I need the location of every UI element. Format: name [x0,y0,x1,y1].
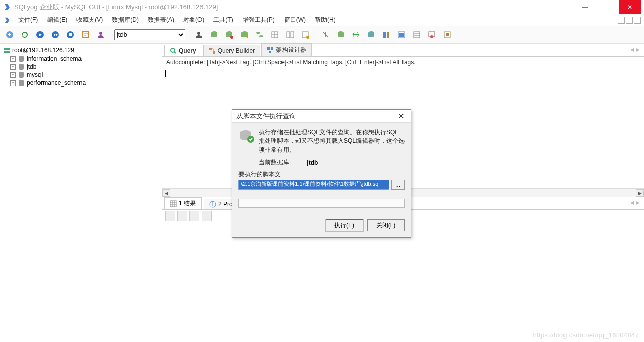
svg-point-15 [256,32,260,34]
result-btn-3[interactable] [189,211,199,221]
menu-objects[interactable]: 对象(O) [179,15,208,25]
tab-designer[interactable]: 架构设计器 [261,43,312,56]
expand-icon[interactable]: + [10,80,16,86]
svg-rect-26 [368,33,374,37]
database-icon [18,79,25,87]
menu-edit[interactable]: 编辑(E) [43,15,71,25]
stop-icon[interactable] [64,28,77,41]
svg-rect-5 [83,32,89,38]
tool-icon-6[interactable] [284,28,297,41]
script-path-input[interactable]: \2.1京淘新版课前资料1.1\课前资料\软件\1数据库\jtdb.sq [238,180,389,190]
mdi-minimize[interactable] [618,17,625,24]
execute-button[interactable]: 执行(E) [326,219,363,231]
tab-query[interactable]: Query [164,45,202,56]
svg-rect-55 [170,201,176,207]
object-browser[interactable]: root@192.168.126.129 + information_schem… [0,44,162,342]
format-icon[interactable] [79,28,92,41]
tool-icon-9[interactable] [334,28,347,41]
database-select[interactable]: jtdb [114,29,185,40]
tool-icon-8[interactable] [319,28,332,41]
refresh-icon[interactable] [18,28,31,41]
tab-designer-label: 架构设计器 [276,46,306,54]
menubar: 文件(F) 编辑(E) 收藏夹(V) 数据库(D) 数据表(A) 对象(O) 工… [0,14,644,26]
svg-point-16 [259,35,263,37]
expand-icon[interactable]: + [10,56,16,62]
result-tab-1[interactable]: 1 结果 [164,197,202,209]
menu-tools[interactable]: 工具(T) [209,15,237,25]
svg-rect-28 [387,32,389,38]
svg-point-42 [19,68,24,70]
mdi-controls [618,17,641,24]
svg-rect-36 [4,51,10,53]
menu-window[interactable]: 窗口(W) [280,15,310,25]
execute-all-icon[interactable] [49,28,62,41]
db-node[interactable]: + jtdb [3,63,158,71]
menu-favorites[interactable]: 收藏夹(V) [72,15,107,25]
browse-button[interactable]: ... [391,180,405,190]
tool-icon-4[interactable] [253,28,266,41]
tool-icon-16[interactable] [440,28,454,41]
tab-builder[interactable]: Query Builder [203,45,260,56]
tab-builder-label: Query Builder [218,47,255,54]
execute-icon[interactable] [33,28,47,41]
expand-icon[interactable]: + [10,72,16,78]
db-node[interactable]: + information_schema [3,55,158,63]
expand-icon[interactable]: + [10,64,16,70]
mdi-close[interactable] [634,17,641,24]
menu-database[interactable]: 数据库(D) [108,15,143,25]
result-tab-nav[interactable]: ◀ ▶ [630,200,640,205]
db-node[interactable]: + mysql [3,71,158,79]
user-icon[interactable] [94,28,107,41]
connection-node[interactable]: root@192.168.126.129 [3,46,158,55]
tool-icon-14[interactable] [410,28,423,41]
svg-rect-35 [4,48,10,50]
tool-icon-10[interactable] [349,28,363,41]
svg-rect-9 [211,33,217,37]
tool-icon-1[interactable] [208,28,221,41]
tool-icon-11[interactable] [365,28,378,41]
close-button[interactable]: 关闭(L) [367,219,405,231]
svg-point-7 [197,32,200,35]
menu-powertools[interactable]: 增强工具(P) [238,15,279,25]
result-btn-1[interactable] [165,211,175,221]
new-connection-icon[interactable] [3,28,16,41]
tool-icon-2[interactable] [223,28,236,41]
menu-file[interactable]: 文件(F) [14,15,42,25]
mdi-maximize[interactable] [626,17,633,24]
result-btn-2[interactable] [177,211,187,221]
svg-rect-19 [291,32,294,38]
svg-rect-17 [272,32,278,38]
maximize-button[interactable]: ☐ [596,0,619,14]
tab-nav[interactable]: ◀ ▶ [630,47,640,52]
database-icon [18,55,25,62]
svg-point-12 [230,36,233,39]
tool-icon-5[interactable] [268,28,281,41]
tool-icon-15[interactable] [425,28,438,41]
svg-text:i: i [212,201,214,207]
result-btn-4[interactable] [202,211,212,221]
scroll-right[interactable]: ▶ [636,189,644,197]
menu-table[interactable]: 数据表(A) [144,15,178,25]
menu-help[interactable]: 帮助(H) [311,15,340,25]
database-icon [18,63,25,70]
tool-icon-7[interactable] [299,28,312,41]
tool-icon-12[interactable] [380,28,393,41]
dialog-close-icon[interactable]: ✕ [396,112,407,121]
close-button[interactable]: ✕ [619,0,641,14]
builder-icon [209,47,216,54]
dialog-title-text: 从脚本文件执行查询 [236,112,396,121]
person-icon[interactable] [192,28,206,41]
scroll-left[interactable]: ◀ [162,189,170,197]
results-grid[interactable] [162,222,644,342]
svg-rect-31 [414,32,420,38]
svg-point-6 [99,32,102,35]
db-node[interactable]: + performance_schema [3,79,158,87]
dialog-titlebar[interactable]: 从脚本文件执行查询 ✕ [232,110,411,123]
window-controls: — ☐ ✕ [574,0,641,14]
tool-icon-3[interactable] [238,28,251,41]
tool-icon-13[interactable] [395,28,408,41]
connection-label: root@192.168.126.129 [12,47,74,54]
minimize-button[interactable]: — [574,0,596,14]
svg-rect-23 [338,33,344,37]
svg-point-48 [19,84,24,86]
